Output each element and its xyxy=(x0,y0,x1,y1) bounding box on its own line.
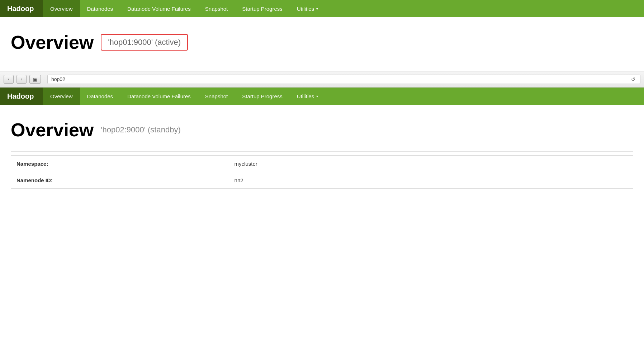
nav2-item-startup-progress[interactable]: Startup Progress xyxy=(235,88,290,105)
table-label-namenode-id: Namenode ID: xyxy=(11,172,229,189)
forward-button[interactable]: › xyxy=(16,75,27,84)
nav-item-snapshot[interactable]: Snapshot xyxy=(198,0,235,17)
sidebar-toggle-button[interactable]: ▣ xyxy=(29,75,41,84)
standby-subtitle: 'hop02:9000' (standby) xyxy=(101,125,180,135)
nav-item-datanode-volume-failures[interactable]: Datanode Volume Failures xyxy=(120,0,198,17)
nav2-item-datanode-volume-failures[interactable]: Datanode Volume Failures xyxy=(120,88,198,105)
section2-content: Overview 'hop02:9000' (standby) Namespac… xyxy=(0,105,644,199)
refresh-icon[interactable]: ↺ xyxy=(631,76,635,82)
table-value-namespace: mycluster xyxy=(229,156,633,172)
section2-title-row: Overview 'hop02:9000' (standby) xyxy=(11,119,633,141)
nav2-item-overview[interactable]: Overview xyxy=(43,88,80,105)
info-table: Namespace: mycluster Namenode ID: nn2 xyxy=(11,155,633,189)
navbar-brand[interactable]: Hadoop xyxy=(0,0,43,17)
section1-content: Overview 'hop01:9000' (active) xyxy=(0,17,644,71)
section1-heading: Overview xyxy=(11,32,94,53)
table-value-namenode-id: nn2 xyxy=(229,172,633,189)
utilities2-dropdown-icon: ▾ xyxy=(316,94,318,98)
utilities2-label: Utilities xyxy=(297,93,314,99)
browser-toolbar: ‹ › ▣ ↺ xyxy=(0,71,644,88)
utilities-label: Utilities xyxy=(297,6,314,12)
second-navbar: Hadoop Overview Datanodes Datanode Volum… xyxy=(0,88,644,105)
section-divider xyxy=(11,151,633,152)
nav-item-datanodes[interactable]: Datanodes xyxy=(80,0,120,17)
nav2-item-snapshot[interactable]: Snapshot xyxy=(198,88,235,105)
nav-item-startup-progress[interactable]: Startup Progress xyxy=(235,0,290,17)
navbar2-brand[interactable]: Hadoop xyxy=(0,88,43,105)
address-bar-input[interactable] xyxy=(47,75,640,84)
table-row: Namespace: mycluster xyxy=(11,156,633,172)
section1-title-row: Overview 'hop01:9000' (active) xyxy=(11,32,633,53)
active-badge: 'hop01:9000' (active) xyxy=(101,34,188,51)
section2-heading: Overview xyxy=(11,119,94,141)
nav2-item-datanodes[interactable]: Datanodes xyxy=(80,88,120,105)
utilities-dropdown-icon: ▾ xyxy=(316,7,318,11)
table-label-namespace: Namespace: xyxy=(11,156,229,172)
top-navbar: Hadoop Overview Datanodes Datanode Volum… xyxy=(0,0,644,17)
table-row: Namenode ID: nn2 xyxy=(11,172,633,189)
nav-item-utilities[interactable]: Utilities ▾ xyxy=(290,0,325,17)
nav2-item-utilities[interactable]: Utilities ▾ xyxy=(290,88,325,105)
nav-item-overview[interactable]: Overview xyxy=(43,0,80,17)
address-bar-container: ↺ xyxy=(47,75,640,84)
back-button[interactable]: ‹ xyxy=(4,75,14,84)
